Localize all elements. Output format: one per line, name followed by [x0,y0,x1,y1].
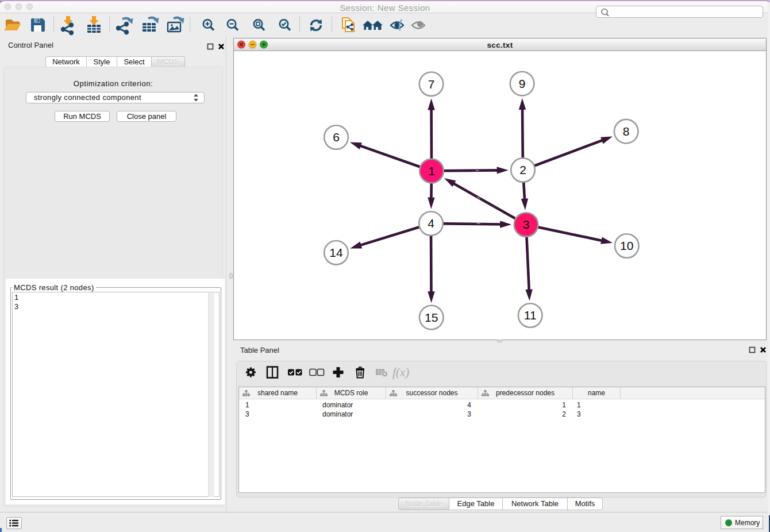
svg-text:4: 4 [428,217,434,230]
svg-text:2: 2 [519,163,526,176]
svg-text:14: 14 [329,246,343,259]
svg-text:f(x): f(x) [392,365,409,379]
svg-text:6: 6 [333,130,340,144]
svg-text:1: 1 [428,164,435,178]
svg-text:9: 9 [519,77,526,90]
svg-text:11: 11 [524,309,537,322]
svg-text:8: 8 [623,125,630,138]
svg-text:15: 15 [425,311,438,324]
svg-text:10: 10 [620,239,633,252]
svg-text:7: 7 [428,78,435,91]
svg-text:3: 3 [523,218,530,231]
